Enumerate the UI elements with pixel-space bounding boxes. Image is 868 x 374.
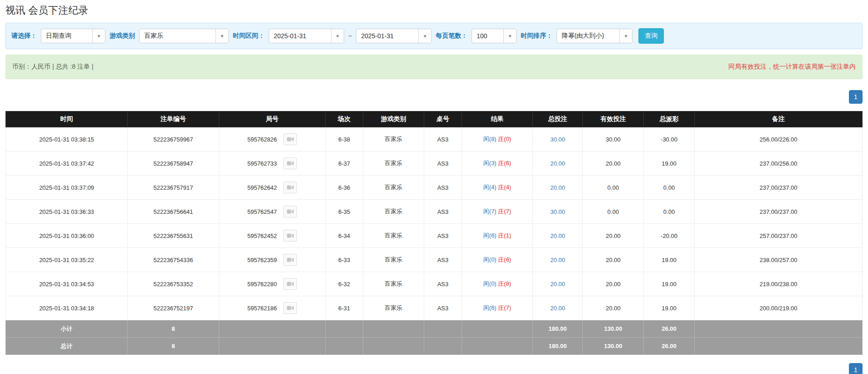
cell-session: 6-37 <box>326 152 363 176</box>
replay-button[interactable] <box>283 302 297 314</box>
cell-round-id: 595762452 <box>219 224 326 248</box>
chevron-down-icon[interactable]: ▼ <box>92 29 105 43</box>
cell-total-bet: 20.00 <box>533 272 583 296</box>
result-banker: 庄(7) <box>498 208 511 215</box>
cell-valid-bet: 0.00 <box>583 176 644 200</box>
date-to-picker[interactable]: 2025-01-31 ▼ <box>356 29 431 43</box>
chevron-down-icon[interactable]: ▼ <box>619 29 632 43</box>
video-camera-icon <box>287 281 294 287</box>
chevron-down-icon[interactable]: ▼ <box>503 29 516 43</box>
filter-bar: 请选择： 日期查询 ▼ 游戏类别 百家乐 ▼ 时间区间： 2025-01-31 … <box>5 23 863 49</box>
result-player: 闲(0) <box>483 280 497 287</box>
replay-button[interactable] <box>283 278 297 290</box>
table-footer: 小计8180.00130.0026.00总计8180.00130.0026.00 <box>6 320 863 355</box>
cell-game-type: 百家乐 <box>363 152 424 176</box>
total-bet-link[interactable]: 30.00 <box>550 208 565 215</box>
round-cell-inner: 595762186 <box>223 302 321 314</box>
column-header: 总投注 <box>533 111 583 127</box>
cell-valid-bet: 30.00 <box>583 127 644 152</box>
total-bet-link[interactable]: 20.00 <box>550 281 565 288</box>
cell-time: 2025-01-31 03:34:53 <box>6 272 128 296</box>
round-cell-inner: 595762733 <box>223 157 321 169</box>
game-type-value: 百家乐 <box>140 29 216 43</box>
table-row: 2025-01-31 03:34:18522236752197595762186… <box>6 296 863 320</box>
cell-remark: 237.00/237.00 <box>695 176 863 200</box>
column-header: 游戏类别 <box>363 111 424 127</box>
total-bet-link[interactable]: 20.00 <box>550 257 565 263</box>
result-banker: 庄(1) <box>498 232 511 239</box>
cell-valid-bet: 20.00 <box>583 296 644 320</box>
cell-total-bet: 20.00 <box>533 152 583 176</box>
cell-valid-bet: 20.00 <box>583 272 644 296</box>
bet-records-table: 时间注单编号局号场次游戏类别桌号结果总投注有效投注总派彩备注 2025-01-3… <box>5 111 863 355</box>
round-id-value: 595762547 <box>247 208 277 215</box>
cell-table-no: AS3 <box>424 224 462 248</box>
cell-payout: 19.00 <box>644 296 695 320</box>
replay-button[interactable] <box>283 230 297 242</box>
total-bet-link[interactable]: 20.00 <box>550 160 565 167</box>
cell-round-id: 595762547 <box>219 200 326 224</box>
replay-button[interactable] <box>283 133 297 145</box>
round-id-value: 595762359 <box>247 257 277 263</box>
cell-remark: 200.00/219.00 <box>695 296 863 320</box>
chevron-down-icon[interactable]: ▼ <box>418 29 431 43</box>
game-type-dropdown[interactable]: 百家乐 ▼ <box>139 29 229 43</box>
footer-cell <box>326 338 363 355</box>
cell-remark: 219.00/238.00 <box>695 272 863 296</box>
cell-game-type: 百家乐 <box>363 296 424 320</box>
cell-round-id: 595762359 <box>219 248 326 272</box>
cell-round-id: 595762280 <box>219 272 326 296</box>
sort-order-dropdown[interactable]: 降幂(由大到小) ▼ <box>557 29 632 43</box>
footer-cell: 26.00 <box>644 320 695 338</box>
cell-total-bet: 20.00 <box>533 248 583 272</box>
cell-bet-id: 522236753352 <box>128 272 219 296</box>
total-bet-link[interactable]: 20.00 <box>550 184 565 191</box>
chevron-down-icon[interactable]: ▼ <box>331 29 344 43</box>
page-size-dropdown[interactable]: 100 ▼ <box>472 29 517 43</box>
cell-time: 2025-01-31 03:37:09 <box>6 176 128 200</box>
sort-order-label: 时间排序： <box>521 32 552 40</box>
result-banker: 庄(6) <box>498 256 511 263</box>
cell-total-bet: 20.00 <box>533 176 583 200</box>
page-1-button[interactable]: 1 <box>849 90 863 104</box>
footer-cell: 小计 <box>6 320 128 338</box>
date-range-separator: ~ <box>348 32 352 40</box>
date-from-picker[interactable]: 2025-01-31 ▼ <box>269 29 344 43</box>
result-player: 闲(6) <box>483 232 497 239</box>
cell-session: 6-38 <box>326 127 363 152</box>
cell-game-type: 百家乐 <box>363 127 424 152</box>
sort-order-value: 降幂(由大到小) <box>557 29 619 43</box>
total-bet-link[interactable]: 30.00 <box>550 136 565 143</box>
result-banker: 庄(7) <box>498 304 511 311</box>
cell-time: 2025-01-31 03:36:33 <box>6 200 128 224</box>
cell-bet-id: 522236757917 <box>128 176 219 200</box>
footer-cell <box>695 338 863 355</box>
video-camera-icon <box>287 161 294 166</box>
cell-round-id: 595762186 <box>219 296 326 320</box>
cell-session: 6-36 <box>326 176 363 200</box>
total-bet-link[interactable]: 20.00 <box>550 232 565 239</box>
date-to-value: 2025-01-31 <box>356 29 418 43</box>
replay-button[interactable] <box>283 157 297 169</box>
replay-button[interactable] <box>283 182 297 193</box>
cell-result: 闲(0) 庄(6) <box>462 248 533 272</box>
search-button[interactable]: 查询 <box>638 28 664 44</box>
cell-payout: -30.00 <box>644 127 695 152</box>
footer-cell: 130.00 <box>583 320 644 338</box>
total-row: 总计8180.00130.0026.00 <box>6 338 863 355</box>
footer-cell: 26.00 <box>644 338 695 355</box>
summary-notice-bar: 币别：人民币 | 总共 :8 注单 | 同局有效投注，统一计算在该局第一张注单内 <box>5 55 863 79</box>
total-bet-link[interactable]: 20.00 <box>550 305 565 312</box>
cell-payout: 19.00 <box>644 248 695 272</box>
column-header: 场次 <box>326 111 363 127</box>
time-range-label: 时间区间： <box>233 32 265 40</box>
replay-button[interactable] <box>283 206 297 217</box>
chevron-down-icon[interactable]: ▼ <box>216 29 228 43</box>
cell-bet-id: 522236758947 <box>128 152 219 176</box>
page-1-button[interactable]: 1 <box>849 363 863 374</box>
column-header: 桌号 <box>424 111 462 127</box>
select-type-dropdown[interactable]: 日期查询 ▼ <box>41 29 105 43</box>
replay-button[interactable] <box>283 254 297 266</box>
cell-game-type: 百家乐 <box>363 176 424 200</box>
video-camera-icon <box>287 305 294 311</box>
